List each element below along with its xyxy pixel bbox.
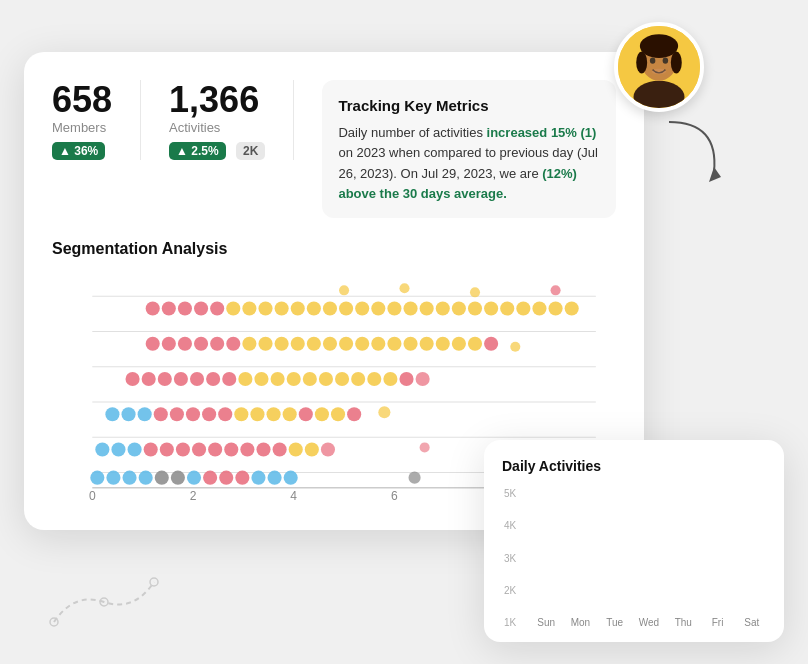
svg-point-20 [452,301,466,315]
svg-point-83 [170,407,184,421]
svg-point-105 [240,442,254,456]
segmentation-title: Segmentation Analysis [52,240,616,258]
svg-point-76 [383,372,397,386]
svg-point-102 [192,442,206,456]
bar-group: Fri [703,612,731,628]
svg-point-71 [303,372,317,386]
svg-point-42 [226,336,240,350]
svg-point-9 [275,301,289,315]
svg-point-30 [178,301,192,315]
svg-point-92 [315,407,329,421]
svg-point-91 [299,407,313,421]
svg-point-68 [254,372,268,386]
svg-point-64 [190,372,204,386]
svg-point-38 [162,336,176,350]
svg-point-36 [551,285,561,295]
svg-point-43 [242,336,256,350]
svg-point-45 [275,336,289,350]
svg-point-137 [671,52,682,74]
daily-activities-card: Daily Activities 5K 4K 3K 2K 1K SunMonTu… [484,440,784,642]
svg-point-70 [287,372,301,386]
svg-point-65 [206,372,220,386]
svg-point-56 [452,336,466,350]
svg-point-34 [399,283,409,293]
svg-point-40 [194,336,208,350]
svg-point-90 [283,407,297,421]
svg-point-10 [291,301,305,315]
activities-badge2: 2K [236,142,265,160]
svg-point-120 [219,470,233,484]
tracking-body1: Daily number of activities [338,125,486,140]
svg-point-99 [144,442,158,456]
svg-point-122 [251,470,265,484]
svg-point-16 [387,301,401,315]
svg-marker-141 [709,167,721,182]
svg-point-75 [367,372,381,386]
svg-text:0: 0 [89,489,96,502]
svg-point-55 [436,336,450,350]
svg-point-111 [420,442,430,452]
svg-point-110 [321,442,335,456]
bar-group: Thu [669,612,697,628]
svg-point-25 [532,301,546,315]
svg-point-13 [339,301,353,315]
svg-point-82 [154,407,168,421]
svg-point-119 [203,470,217,484]
svg-point-6 [226,301,240,315]
svg-point-17 [403,301,417,315]
svg-point-74 [351,372,365,386]
members-label: Members [52,120,112,135]
svg-point-109 [305,442,319,456]
svg-point-123 [268,470,282,484]
svg-point-39 [178,336,192,350]
svg-point-47 [307,336,321,350]
svg-point-23 [500,301,514,315]
svg-point-116 [155,470,169,484]
metrics-row: 658 Members ▲ 36% 1,366 Activities ▲ 2.5… [52,80,616,218]
svg-point-12 [323,301,337,315]
avatar [614,22,704,112]
svg-point-115 [139,470,153,484]
y-label-3k: 3K [504,553,516,564]
svg-point-28 [146,301,160,315]
svg-point-48 [323,336,337,350]
svg-point-32 [210,301,224,315]
svg-point-108 [289,442,303,456]
bar-label-thu: Thu [675,617,692,628]
activities-value: 1,366 [169,80,265,120]
svg-point-95 [378,406,390,418]
svg-point-33 [339,285,349,295]
svg-text:6: 6 [391,489,398,502]
bar-group: Mon [566,612,594,628]
svg-point-24 [516,301,530,315]
svg-point-51 [371,336,385,350]
svg-point-41 [210,336,224,350]
svg-point-19 [436,301,450,315]
svg-point-61 [142,372,156,386]
svg-point-37 [146,336,160,350]
svg-point-22 [484,301,498,315]
members-value: 658 [52,80,112,120]
svg-point-100 [160,442,174,456]
svg-point-31 [194,301,208,315]
bar-label-sun: Sun [537,617,555,628]
svg-point-125 [409,471,421,483]
svg-point-93 [331,407,345,421]
bar-label-wed: Wed [639,617,659,628]
svg-point-69 [271,372,285,386]
svg-point-98 [128,442,142,456]
bar-chart-area: 5K 4K 3K 2K 1K SunMonTueWedThuFriSat [532,488,766,628]
svg-point-78 [416,372,430,386]
activities-label: Activities [169,120,265,135]
svg-point-117 [171,470,185,484]
svg-point-35 [470,287,480,297]
svg-point-57 [468,336,482,350]
svg-point-11 [307,301,321,315]
bar-group: Tue [601,612,629,628]
bar-label-fri: Fri [712,617,724,628]
svg-point-27 [565,301,579,315]
svg-point-135 [640,34,678,58]
y-label-5k: 5K [504,488,516,499]
svg-point-80 [121,407,135,421]
svg-point-18 [420,301,434,315]
